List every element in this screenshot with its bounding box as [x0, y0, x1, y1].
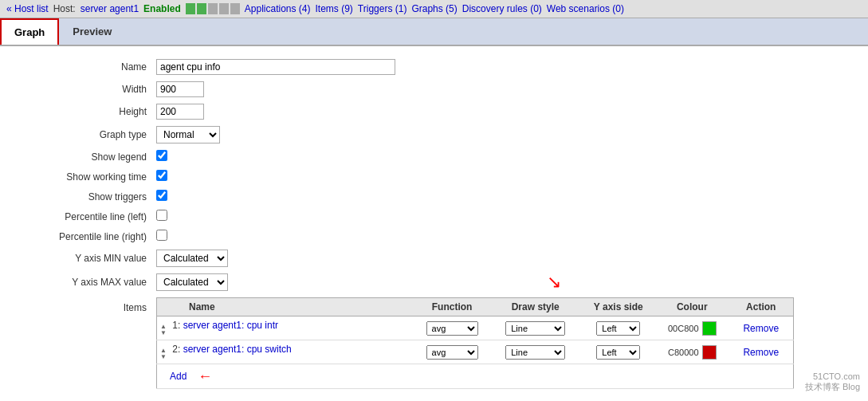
applications-link[interactable]: Applications (4) [245, 3, 311, 14]
item-function-select-1[interactable]: avg min max all last [426, 321, 478, 336]
graphs-link[interactable]: Graphs (5) [411, 3, 457, 14]
item-drawstyle-select-1[interactable]: Line Filled region Bold line Dot Dashed … [505, 321, 565, 336]
show-working-time-checkbox[interactable] [156, 170, 167, 181]
percentile-right-control [156, 230, 167, 243]
item-action-cell-1: Remove [729, 316, 794, 340]
col-header-function: Function [414, 298, 489, 316]
col-header-action: Action [729, 298, 794, 316]
height-input[interactable] [156, 104, 204, 120]
item-action-cell-2: Remove [729, 340, 794, 364]
form-row-percentile-right: Percentile line (right) [0, 230, 868, 243]
form-row-show-triggers: Show triggers [0, 190, 868, 203]
colour-value-1: 00C800 [668, 324, 699, 333]
form-row-show-working-time: Show working time [0, 170, 868, 183]
web-scenarios-link[interactable]: Web scenarios (0) [547, 3, 624, 14]
discovery-rules-link[interactable]: Discovery rules (0) [462, 3, 542, 14]
item-function-cell-2: avg min max all last [414, 340, 489, 364]
item-link-2[interactable]: server agent1: cpu switch [183, 344, 292, 355]
form-row-percentile-left: Percentile line (left) [0, 210, 868, 223]
form-row-y-axis-max: Y axis MAX value Calculated Fixed Item [0, 273, 868, 291]
percentile-left-checkbox[interactable] [156, 210, 167, 221]
status-icons [186, 3, 240, 14]
item-drawstyle-select-2[interactable]: Line Filled region Bold line Dot Dashed … [505, 345, 565, 360]
item-function-select-2[interactable]: avg min max all last [426, 345, 478, 360]
top-navigation: « Host list Host: server agent1 Enabled … [0, 0, 868, 18]
status-icon-3 [208, 3, 218, 14]
item-name-cell-2: ▲▼ 2: server agent1: cpu switch [157, 340, 415, 364]
percentile-right-label: Percentile line (right) [13, 231, 156, 242]
item-num-1: 1: [172, 320, 180, 331]
form-row-graph-type: Graph type Normal Stacked Pie Exploded [0, 126, 868, 143]
show-working-time-label: Show working time [13, 171, 156, 183]
tab-graph[interactable]: Graph [0, 18, 59, 45]
height-label: Height [13, 106, 156, 117]
form-row-show-legend: Show legend [0, 150, 868, 163]
width-control [156, 81, 204, 97]
status-icon-1 [186, 3, 195, 14]
y-axis-min-select[interactable]: Calculated Fixed Item [156, 250, 228, 267]
y-axis-min-control: Calculated Fixed Item [156, 250, 228, 267]
show-triggers-label: Show triggers [13, 191, 156, 202]
add-item-link[interactable]: Add [163, 368, 193, 385]
show-triggers-checkbox[interactable] [156, 190, 167, 201]
colour-swatch-2[interactable] [702, 345, 717, 360]
graph-type-control: Normal Stacked Pie Exploded [156, 126, 220, 143]
height-control [156, 104, 204, 120]
sort-arrows-1[interactable]: ▲▼ [160, 324, 167, 336]
items-table-header-row: Name Function Draw style Y axis side Col… [157, 298, 794, 316]
add-cell: Add ← [157, 364, 794, 389]
form-row-y-axis-min: Y axis MIN value Calculated Fixed Item [0, 250, 868, 267]
items-table: Name Function Draw style Y axis side Col… [156, 297, 794, 389]
host-name-link[interactable]: server agent1 [81, 3, 139, 14]
item-yaxis-select-1[interactable]: Left Right [596, 321, 640, 336]
status-icon-5 [230, 3, 240, 14]
item-num-2: 2: [172, 344, 180, 355]
sort-arrows-2[interactable]: ▲▼ [160, 348, 167, 360]
item-link-1[interactable]: server agent1: cpu intr [183, 320, 278, 331]
show-legend-label: Show legend [13, 151, 156, 163]
status-icon-2 [197, 3, 206, 14]
name-label: Name [13, 61, 156, 73]
show-legend-checkbox[interactable] [156, 150, 167, 161]
add-row: Add ← [157, 364, 794, 389]
item-remove-link-1[interactable]: Remove [743, 323, 779, 334]
y-axis-max-select[interactable]: Calculated Fixed Item [156, 273, 228, 291]
tab-bar: Graph Preview [0, 18, 868, 46]
host-label: Host: [53, 3, 76, 14]
add-arrow-annotation: ← [198, 368, 212, 385]
width-input[interactable] [156, 81, 204, 97]
col-header-yaxis: Y axis side [582, 298, 656, 316]
item-yaxis-select-2[interactable]: Left Right [596, 345, 640, 360]
colour-swatch-1[interactable] [702, 321, 717, 336]
host-list-link[interactable]: « Host list [6, 3, 49, 14]
form-row-name: Name [0, 59, 868, 75]
percentile-right-checkbox[interactable] [156, 230, 167, 241]
show-triggers-control [156, 190, 167, 203]
triggers-link[interactable]: Triggers (1) [358, 3, 407, 14]
table-row: ▲▼ 2: server agent1: cpu switch avg min … [157, 340, 794, 364]
item-yaxis-cell-1: Left Right [582, 316, 656, 340]
tab-preview[interactable]: Preview [59, 18, 125, 45]
graph-type-select[interactable]: Normal Stacked Pie Exploded [156, 126, 220, 143]
form-row-height: Height [0, 104, 868, 120]
main-content: Name Width Height Graph type Normal Stac… [0, 46, 868, 401]
width-label: Width [13, 84, 156, 95]
y-axis-max-label: Y axis MAX value [13, 277, 156, 288]
show-legend-control [156, 150, 167, 163]
item-colour-cell-2: C80000 [655, 340, 729, 364]
status-icon-4 [219, 3, 229, 14]
item-drawstyle-cell-1: Line Filled region Bold line Dot Dashed … [489, 316, 582, 340]
item-drawstyle-cell-2: Line Filled region Bold line Dot Dashed … [489, 340, 582, 364]
item-function-cell-1: avg min max all last [414, 316, 489, 340]
item-colour-cell-1: 00C800 [655, 316, 729, 340]
items-link[interactable]: Items (9) [316, 3, 353, 14]
col-header-colour: Colour [655, 298, 729, 316]
item-yaxis-cell-2: Left Right [582, 340, 656, 364]
show-working-time-control [156, 170, 167, 183]
item-remove-link-2[interactable]: Remove [743, 347, 779, 358]
colour-value-2: C80000 [668, 348, 699, 357]
item-name-cell-1: ▲▼ 1: server agent1: cpu intr [157, 316, 415, 340]
name-input[interactable] [156, 59, 395, 75]
form-row-items: Items ↘ Name Function Draw style Y axis … [0, 297, 868, 389]
y-axis-min-label: Y axis MIN value [13, 253, 156, 264]
